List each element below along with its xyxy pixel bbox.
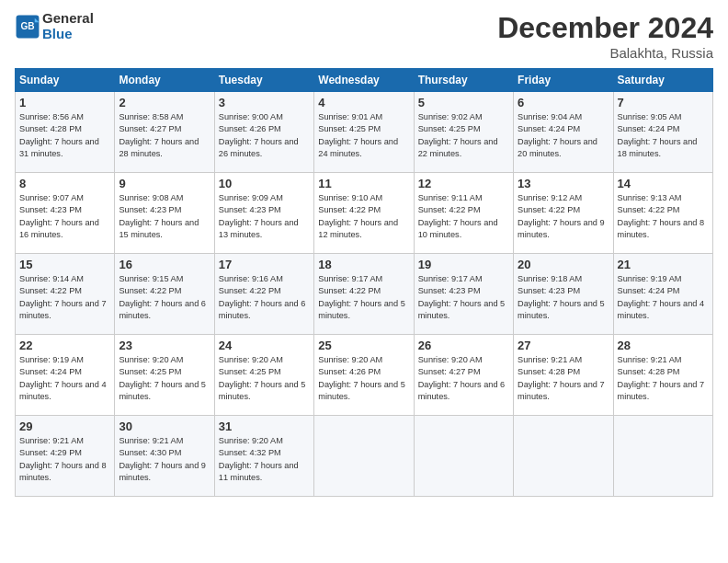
day-number: 2 (119, 96, 210, 109)
day-info: Sunrise: 9:09 AMSunset: 4:23 PMDaylight:… (219, 193, 299, 239)
day-cell: 14Sunrise: 9:13 AMSunset: 4:22 PMDayligh… (613, 173, 712, 254)
day-number: 3 (219, 96, 310, 109)
day-cell (514, 416, 613, 497)
day-info: Sunrise: 9:04 AMSunset: 4:24 PMDaylight:… (518, 112, 597, 158)
day-cell: 22Sunrise: 9:19 AMSunset: 4:24 PMDayligh… (16, 335, 115, 416)
day-number: 17 (219, 258, 310, 271)
svg-text:GB: GB (20, 21, 34, 31)
week-row-4: 22Sunrise: 9:19 AMSunset: 4:24 PMDayligh… (16, 335, 713, 416)
day-cell: 27Sunrise: 9:21 AMSunset: 4:28 PMDayligh… (514, 335, 613, 416)
day-number: 21 (618, 258, 709, 271)
day-number: 7 (618, 96, 709, 109)
col-saturday: Saturday (613, 69, 712, 92)
day-cell (613, 416, 712, 497)
day-number: 1 (19, 96, 110, 109)
day-number: 15 (19, 258, 110, 271)
day-number: 29 (19, 419, 110, 433)
day-number: 28 (618, 339, 709, 352)
col-monday: Monday (115, 69, 214, 92)
day-number: 19 (418, 258, 509, 271)
col-sunday: Sunday (16, 69, 115, 92)
day-number: 14 (618, 177, 709, 190)
day-cell: 9Sunrise: 9:08 AMSunset: 4:23 PMDaylight… (115, 173, 214, 254)
logo-blue: Blue (42, 27, 94, 42)
day-number: 24 (219, 339, 310, 352)
day-cell: 13Sunrise: 9:12 AMSunset: 4:22 PMDayligh… (514, 173, 613, 254)
day-cell: 25Sunrise: 9:20 AMSunset: 4:26 PMDayligh… (314, 335, 414, 416)
title-block: December 2024 Balakhta, Russia (497, 11, 713, 61)
day-info: Sunrise: 9:20 AMSunset: 4:25 PMDaylight:… (119, 355, 206, 401)
month-title: December 2024 (497, 11, 713, 45)
day-info: Sunrise: 8:56 AMSunset: 4:28 PMDaylight:… (19, 112, 99, 158)
header: GB General Blue December 2024 Balakhta, … (15, 11, 713, 61)
day-cell: 2Sunrise: 8:58 AMSunset: 4:27 PMDaylight… (115, 92, 214, 173)
day-cell: 21Sunrise: 9:19 AMSunset: 4:24 PMDayligh… (613, 254, 712, 335)
day-number: 25 (318, 339, 409, 352)
day-cell (414, 416, 513, 497)
day-number: 4 (318, 96, 409, 109)
day-cell: 29Sunrise: 9:21 AMSunset: 4:29 PMDayligh… (16, 416, 115, 497)
col-wednesday: Wednesday (314, 69, 414, 92)
day-info: Sunrise: 9:20 AMSunset: 4:27 PMDaylight:… (418, 355, 506, 401)
logo-icon: GB (15, 14, 40, 40)
day-info: Sunrise: 9:02 AMSunset: 4:25 PMDaylight:… (418, 112, 498, 158)
day-info: Sunrise: 9:14 AMSunset: 4:22 PMDaylight:… (19, 274, 107, 320)
day-number: 18 (318, 258, 409, 271)
day-info: Sunrise: 9:19 AMSunset: 4:24 PMDaylight:… (19, 355, 107, 401)
header-row: Sunday Monday Tuesday Wednesday Thursday… (16, 69, 713, 92)
location: Balakhta, Russia (497, 45, 713, 61)
day-info: Sunrise: 9:01 AMSunset: 4:25 PMDaylight:… (318, 112, 398, 158)
day-info: Sunrise: 9:21 AMSunset: 4:28 PMDaylight:… (618, 355, 705, 401)
day-info: Sunrise: 9:10 AMSunset: 4:22 PMDaylight:… (318, 193, 398, 239)
day-number: 8 (19, 177, 110, 190)
week-row-3: 15Sunrise: 9:14 AMSunset: 4:22 PMDayligh… (16, 254, 713, 335)
day-info: Sunrise: 9:16 AMSunset: 4:22 PMDaylight:… (219, 274, 306, 320)
day-cell: 19Sunrise: 9:17 AMSunset: 4:23 PMDayligh… (414, 254, 513, 335)
day-info: Sunrise: 9:21 AMSunset: 4:30 PMDaylight:… (119, 436, 206, 482)
day-info: Sunrise: 9:18 AMSunset: 4:23 PMDaylight:… (518, 274, 605, 320)
day-number: 20 (518, 258, 609, 271)
day-info: Sunrise: 9:21 AMSunset: 4:29 PMDaylight:… (19, 436, 107, 482)
day-info: Sunrise: 9:15 AMSunset: 4:22 PMDaylight:… (119, 274, 206, 320)
day-cell: 31Sunrise: 9:20 AMSunset: 4:32 PMDayligh… (214, 416, 313, 497)
day-info: Sunrise: 9:21 AMSunset: 4:28 PMDaylight:… (518, 355, 605, 401)
day-info: Sunrise: 9:17 AMSunset: 4:22 PMDaylight:… (318, 274, 405, 320)
day-number: 31 (219, 419, 310, 433)
day-cell: 12Sunrise: 9:11 AMSunset: 4:22 PMDayligh… (414, 173, 513, 254)
day-number: 5 (418, 96, 509, 109)
day-info: Sunrise: 9:08 AMSunset: 4:23 PMDaylight:… (119, 193, 199, 239)
day-cell: 15Sunrise: 9:14 AMSunset: 4:22 PMDayligh… (16, 254, 115, 335)
day-cell: 26Sunrise: 9:20 AMSunset: 4:27 PMDayligh… (414, 335, 513, 416)
day-number: 12 (418, 177, 509, 190)
logo: GB General Blue (15, 11, 94, 41)
day-info: Sunrise: 8:58 AMSunset: 4:27 PMDaylight:… (119, 112, 199, 158)
day-cell: 23Sunrise: 9:20 AMSunset: 4:25 PMDayligh… (115, 335, 214, 416)
day-number: 16 (119, 258, 210, 271)
week-row-5: 29Sunrise: 9:21 AMSunset: 4:29 PMDayligh… (16, 416, 713, 497)
day-cell: 8Sunrise: 9:07 AMSunset: 4:23 PMDaylight… (16, 173, 115, 254)
col-thursday: Thursday (414, 69, 513, 92)
day-number: 30 (119, 419, 210, 433)
day-number: 22 (19, 339, 110, 352)
day-cell: 24Sunrise: 9:20 AMSunset: 4:25 PMDayligh… (214, 335, 313, 416)
col-friday: Friday (514, 69, 613, 92)
calendar-table: Sunday Monday Tuesday Wednesday Thursday… (15, 68, 713, 497)
day-number: 13 (518, 177, 609, 190)
day-cell: 28Sunrise: 9:21 AMSunset: 4:28 PMDayligh… (613, 335, 712, 416)
day-cell: 1Sunrise: 8:56 AMSunset: 4:28 PMDaylight… (16, 92, 115, 173)
day-cell: 5Sunrise: 9:02 AMSunset: 4:25 PMDaylight… (414, 92, 513, 173)
day-cell (314, 416, 414, 497)
day-cell: 7Sunrise: 9:05 AMSunset: 4:24 PMDaylight… (613, 92, 712, 173)
day-info: Sunrise: 9:05 AMSunset: 4:24 PMDaylight:… (618, 112, 698, 158)
day-number: 23 (119, 339, 210, 352)
day-info: Sunrise: 9:19 AMSunset: 4:24 PMDaylight:… (618, 274, 705, 320)
week-row-1: 1Sunrise: 8:56 AMSunset: 4:28 PMDaylight… (16, 92, 713, 173)
day-cell: 4Sunrise: 9:01 AMSunset: 4:25 PMDaylight… (314, 92, 414, 173)
day-info: Sunrise: 9:12 AMSunset: 4:22 PMDaylight:… (518, 193, 605, 239)
day-cell: 16Sunrise: 9:15 AMSunset: 4:22 PMDayligh… (115, 254, 214, 335)
day-number: 10 (219, 177, 310, 190)
day-cell: 10Sunrise: 9:09 AMSunset: 4:23 PMDayligh… (214, 173, 313, 254)
calendar-page: GB General Blue December 2024 Balakhta, … (0, 0, 728, 563)
logo-general: General (42, 11, 94, 27)
day-cell: 17Sunrise: 9:16 AMSunset: 4:22 PMDayligh… (214, 254, 313, 335)
